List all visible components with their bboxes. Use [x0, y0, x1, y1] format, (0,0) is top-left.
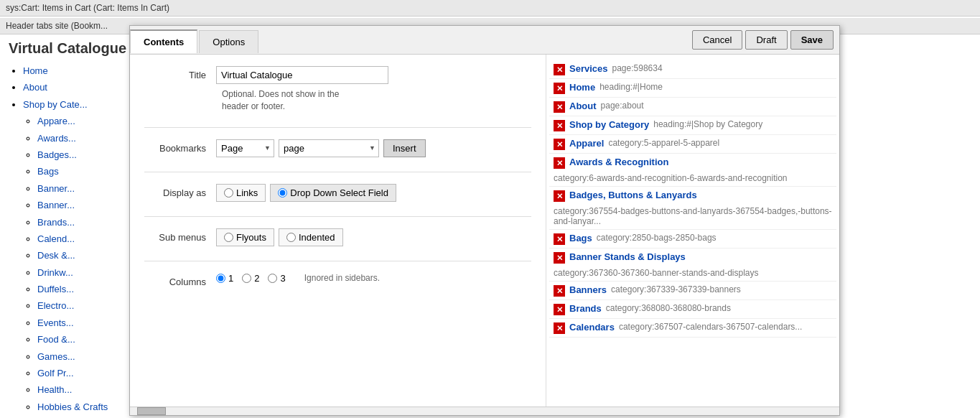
nav-electronics[interactable]: Electro... — [37, 300, 74, 311]
col1-option[interactable]: 1 — [216, 273, 233, 284]
bookmark-delete-button[interactable]: ✕ — [554, 120, 565, 131]
nav-desk[interactable]: Desk &... — [37, 250, 75, 261]
nav-drinkware[interactable]: Drinkw... — [37, 267, 73, 278]
display-as-control-group: Links Drop Down Select Field — [216, 184, 531, 202]
nav-home-link[interactable]: Home — [23, 65, 48, 76]
indented-radio[interactable] — [286, 233, 296, 242]
bookmark-name: Brands — [569, 303, 602, 314]
bookmark-path: heading:#|Home — [599, 82, 663, 92]
bookmark-name: Bags — [569, 233, 592, 243]
columns-label: Columns — [144, 273, 216, 287]
cancel-button[interactable]: Cancel — [692, 30, 742, 50]
nav-banners[interactable]: Banner... — [37, 200, 75, 210]
display-dropdown-radio[interactable] — [278, 188, 287, 198]
topbar-text-1: sys:Cart: Items in Cart (Cart: Items In … — [6, 3, 169, 13]
bookmark-delete-button[interactable]: ✕ — [554, 157, 565, 169]
title-input[interactable] — [216, 66, 388, 84]
bookmark-name: About — [569, 101, 597, 111]
bookmarks-row: Bookmarks Page Category Heading page — [144, 139, 531, 157]
bookmark-item: ✕Calendarscategory:367507-calendars-3675… — [549, 319, 836, 338]
col1-radio[interactable] — [216, 274, 225, 283]
bookmark-item: ✕Awards & Recognitioncategory:6-awards-a… — [549, 154, 836, 187]
columns-note: Ignored in sidebars. — [304, 273, 380, 283]
bookmark-item: ✕Shop by Categoryheading:#|Shop by Categ… — [549, 116, 836, 135]
nav-health[interactable]: Health... — [37, 384, 72, 395]
bookmark-delete-button[interactable]: ✕ — [554, 304, 565, 315]
nav-golf[interactable]: Golf Pr... — [37, 368, 74, 378]
bookmark-path: page:about — [601, 101, 644, 111]
nav-about-link[interactable]: About — [23, 82, 47, 93]
modal-actions: Cancel Draft Save — [686, 26, 839, 54]
modal: Contents Options Cancel Draft Save Title… — [129, 25, 840, 416]
page-value-dropdown[interactable]: page — [279, 139, 379, 157]
nav-apparel[interactable]: Appare... — [37, 116, 75, 126]
bookmark-path: category:368080-368080-brands — [606, 303, 731, 313]
bookmark-item: ✕Apparelcategory:5-apparel-5-apparel — [549, 135, 836, 154]
bookmark-delete-button[interactable]: ✕ — [554, 83, 565, 94]
bookmark-delete-button[interactable]: ✕ — [554, 190, 565, 202]
col2-radio[interactable] — [242, 274, 251, 283]
h-scroll-thumb[interactable] — [137, 407, 166, 415]
columns-row: Columns 1 2 3 — [144, 273, 531, 287]
nav-brands[interactable]: Brands... — [37, 217, 75, 228]
bookmark-item: ✕Servicespage:598634 — [549, 60, 836, 79]
bookmark-delete-button[interactable]: ✕ — [554, 285, 565, 297]
page-select-wrapper: Page Category Heading — [216, 139, 274, 157]
bookmark-delete-button[interactable]: ✕ — [554, 322, 565, 334]
display-links-label: Links — [236, 187, 258, 198]
flyouts-option[interactable]: Flyouts — [216, 228, 274, 246]
bookmark-name: Awards & Recognition — [569, 157, 668, 167]
nav-events[interactable]: Events... — [37, 317, 74, 328]
bookmark-item: ✕Badges, Buttons & Lanyardscategory:3675… — [549, 187, 836, 230]
bookmark-name: Home — [569, 82, 595, 93]
bookmarks-control-group: Page Category Heading page Insert — [216, 139, 531, 157]
tab-contents[interactable]: Contents — [130, 29, 197, 53]
display-links-option[interactable]: Links — [216, 184, 266, 202]
insert-button[interactable]: Insert — [383, 139, 426, 157]
tab-options[interactable]: Options — [199, 30, 258, 53]
display-dropdown-option[interactable]: Drop Down Select Field — [270, 184, 396, 202]
nav-shopbycat-link[interactable]: Shop by Cate... — [23, 99, 88, 110]
bookmark-name: Calendars — [569, 322, 615, 333]
nav-games[interactable]: Games... — [37, 351, 75, 362]
nav-duffels[interactable]: Duffels... — [37, 284, 74, 294]
bookmark-path: category:6-awards-and-recognition-6-awar… — [554, 173, 788, 183]
bookmark-item: ✕Bagscategory:2850-bags-2850-bags — [549, 230, 836, 249]
submenus-control-group: Flyouts Indented — [216, 228, 531, 246]
bookmark-delete-button[interactable]: ✕ — [554, 139, 565, 150]
bookmark-delete-button[interactable]: ✕ — [554, 64, 565, 75]
draft-button[interactable]: Draft — [745, 30, 787, 50]
indented-option[interactable]: Indented — [279, 228, 343, 246]
bookmark-delete-button[interactable]: ✕ — [554, 233, 565, 245]
display-links-radio[interactable] — [224, 188, 233, 198]
save-button[interactable]: Save — [790, 30, 834, 50]
bookmark-item: ✕Aboutpage:about — [549, 98, 836, 116]
flyouts-radio[interactable] — [224, 233, 233, 242]
bookmark-name: Services — [569, 63, 608, 74]
nav-bags[interactable]: Bags — [37, 166, 59, 177]
col2-option[interactable]: 2 — [242, 273, 259, 284]
nav-hobbies[interactable]: Hobbies & Crafts — [37, 401, 108, 412]
bookmark-path: category:2850-bags-2850-bags — [597, 233, 717, 243]
col3-label: 3 — [280, 273, 285, 284]
bookmark-delete-button[interactable]: ✕ — [554, 101, 565, 113]
nav-awards[interactable]: Awards... — [37, 133, 76, 144]
bookmarks-list-area: ✕Servicespage:598634✕Homeheading:#|Home✕… — [546, 55, 839, 407]
page-select-dropdown[interactable]: Page Category Heading — [216, 139, 274, 157]
col2-label: 2 — [254, 273, 259, 284]
bookmark-path: heading:#|Shop by Category — [653, 119, 762, 129]
bookmark-item: ✕Homeheading:#|Home — [549, 79, 836, 98]
indented-label: Indented — [299, 232, 335, 243]
nav-badges[interactable]: Badges... — [37, 149, 77, 160]
bookmark-path: category:367507-calendars-367507-calenda… — [619, 322, 803, 332]
nav-food[interactable]: Food &... — [37, 334, 75, 345]
bookmark-delete-button[interactable]: ✕ — [554, 252, 565, 264]
title-label: Title — [144, 66, 216, 80]
nav-calendars[interactable]: Calend... — [37, 233, 75, 244]
col3-option[interactable]: 3 — [268, 273, 285, 284]
display-dropdown-label: Drop Down Select Field — [290, 187, 388, 198]
nav-bannerstands[interactable]: Banner... — [37, 183, 75, 194]
bookmark-name: Banner Stands & Displays — [569, 251, 686, 262]
horizontal-scrollbar[interactable] — [130, 407, 839, 415]
col3-radio[interactable] — [268, 274, 277, 283]
